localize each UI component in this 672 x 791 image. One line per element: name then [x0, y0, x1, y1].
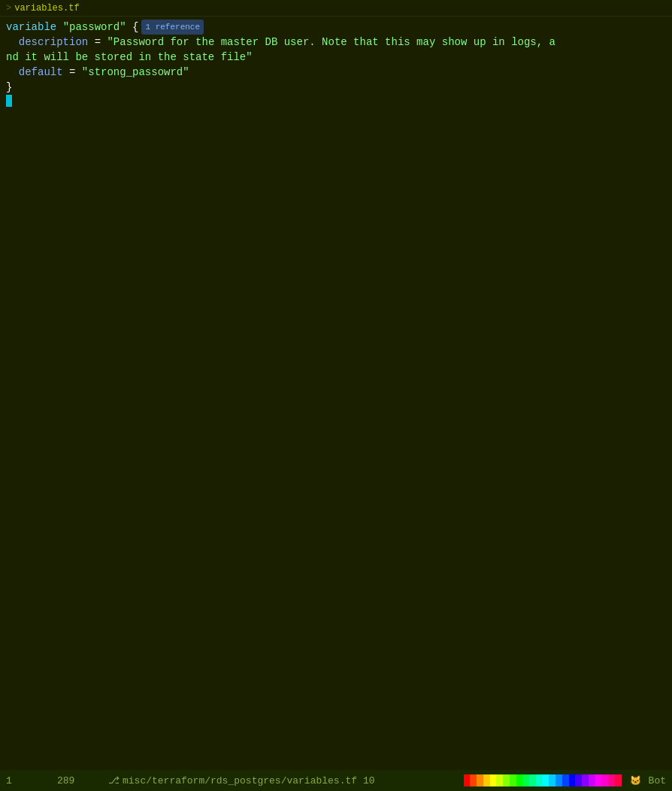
status-bot-label: Bot: [649, 775, 666, 786]
rainbow-segment: [477, 774, 483, 786]
rainbow-segment: [582, 774, 589, 786]
status-bar: 1 289 ⎇ misc/terraform/rds_postgres/vari…: [0, 770, 672, 791]
status-col-pos: 10: [363, 775, 375, 786]
rainbow-segment: [470, 774, 477, 786]
rainbow-segment: [575, 774, 582, 786]
brace-open: {: [126, 20, 139, 35]
code-line-6: [0, 95, 672, 110]
indent-4: [6, 65, 19, 80]
code-line-2: description = "Password for the master D…: [0, 35, 672, 50]
rainbow-segment: [569, 774, 576, 786]
string-default: "strong_passowrd": [82, 65, 189, 80]
rainbow-segment: [555, 774, 562, 786]
tab-filename: variables.tf: [14, 3, 79, 14]
rainbow-segment: [543, 774, 549, 786]
rainbow-segment: [510, 774, 516, 786]
equals-4: =: [63, 65, 82, 80]
rainbow-segment: [529, 774, 536, 786]
brace-close: }: [6, 80, 12, 95]
keyword-default: default: [19, 65, 63, 80]
rainbow-segment: [608, 774, 615, 786]
rainbow-bar: [464, 774, 622, 786]
keyword-description: description: [19, 35, 88, 50]
code-content[interactable]: variable "password" {1 reference descrip…: [0, 17, 672, 113]
rainbow-segment: [464, 774, 471, 786]
rainbow-segment: [496, 774, 503, 786]
rainbow-segment: [562, 774, 569, 786]
rainbow-segment: [483, 774, 490, 786]
equals-2: =: [88, 35, 107, 50]
string-desc-2: nd it will be stored in the state file": [6, 50, 253, 65]
code-line-1: variable "password" {1 reference: [0, 20, 672, 35]
status-col: 289: [57, 775, 102, 786]
status-path: ⎇ misc/terraform/rds_postgres/variables.…: [108, 774, 357, 786]
string-password: "password": [63, 20, 126, 35]
keyword-variable: variable: [6, 20, 63, 35]
text-cursor: [6, 95, 12, 107]
rainbow-segment: [516, 774, 523, 786]
code-line-3: nd it will be stored in the state file": [0, 50, 672, 65]
status-filepath: misc/terraform/rds_postgres/variables.tf: [123, 775, 357, 786]
rainbow-segment: [595, 774, 602, 786]
branch-icon: ⎇: [108, 774, 120, 786]
rainbow-segment: [490, 774, 497, 786]
string-desc-1: "Password for the master DB user. Note t…: [107, 35, 555, 50]
rainbow-segment: [601, 774, 608, 786]
rainbow-segment: [615, 774, 622, 786]
editor-area[interactable]: > variables.tf variable "password" {1 re…: [0, 0, 672, 770]
code-line-5: }: [0, 80, 672, 95]
tab-arrow: >: [6, 3, 11, 14]
indent-2: [6, 35, 19, 50]
code-line-4: default = "strong_passowrd": [0, 65, 672, 80]
ref-badge: 1 reference: [141, 20, 204, 35]
rainbow-segment: [536, 774, 543, 786]
rainbow-segment: [522, 774, 529, 786]
status-line: 1: [6, 775, 51, 786]
tab-item[interactable]: > variables.tf: [6, 3, 80, 14]
nyan-icon: 🐱: [629, 774, 643, 786]
rainbow-segment: [503, 774, 510, 786]
rainbow-segment: [549, 774, 555, 786]
tab-bar: > variables.tf: [0, 0, 672, 17]
rainbow-segment: [589, 774, 595, 786]
